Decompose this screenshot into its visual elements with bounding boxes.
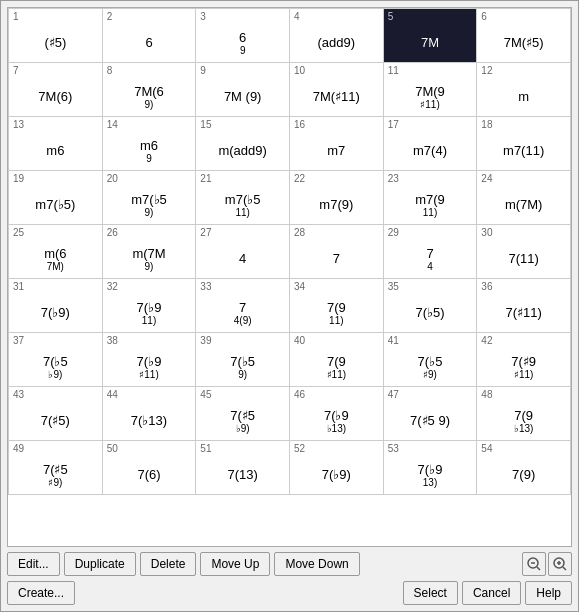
table-row[interactable]: 3374(9)	[196, 279, 290, 333]
cell-number: 37	[13, 335, 98, 347]
cell-label: 7(♭9♭13)	[294, 405, 379, 438]
table-row[interactable]: 16m7	[290, 117, 384, 171]
table-row[interactable]: 377(♭5♭9)	[9, 333, 103, 387]
table-row[interactable]: 447(♭13)	[103, 387, 197, 441]
zoom-in-button[interactable]	[548, 552, 572, 576]
table-row[interactable]: 427(♯9♯11)	[477, 333, 571, 387]
table-row[interactable]: 274	[196, 225, 290, 279]
cell-number: 41	[388, 335, 473, 347]
cell-number: 23	[388, 173, 473, 185]
table-row[interactable]: 67M(♯5)	[477, 9, 571, 63]
table-row[interactable]: 77M(6)	[9, 63, 103, 117]
table-row[interactable]: 497(♯5♯9)	[9, 441, 103, 495]
table-row[interactable]: 23m7(911)	[384, 171, 478, 225]
table-row[interactable]: 57M	[384, 9, 478, 63]
cell-label: 7(9)	[481, 459, 566, 492]
table-row[interactable]: 87M(69)	[103, 63, 197, 117]
table-row[interactable]: 25m(67M)	[9, 225, 103, 279]
cell-number: 3	[200, 11, 285, 23]
cell-label: m7(♭511)	[200, 189, 285, 222]
table-row[interactable]: 537(♭913)	[384, 441, 478, 495]
table-row[interactable]: 477(♯5 9)	[384, 387, 478, 441]
cell-label: m7(4)	[388, 135, 473, 168]
cell-number: 51	[200, 443, 285, 455]
cell-number: 17	[388, 119, 473, 131]
table-row[interactable]: 467(♭9♭13)	[290, 387, 384, 441]
table-row[interactable]: 13m6	[9, 117, 103, 171]
help-button[interactable]: Help	[525, 581, 572, 605]
table-row[interactable]: 407(9♯11)	[290, 333, 384, 387]
table-row[interactable]: 26	[103, 9, 197, 63]
cell-label: 7(♭9)	[13, 297, 98, 330]
cell-label: m7(911)	[388, 189, 473, 222]
table-row[interactable]: 24m(7M)	[477, 171, 571, 225]
create-button[interactable]: Create...	[7, 581, 75, 605]
table-row[interactable]: 547(9)	[477, 441, 571, 495]
duplicate-button[interactable]: Duplicate	[64, 552, 136, 576]
move-down-button[interactable]: Move Down	[274, 552, 359, 576]
table-row[interactable]: 21m7(♭511)	[196, 171, 290, 225]
cell-number: 12	[481, 65, 566, 77]
table-row[interactable]: 20m7(♭59)	[103, 171, 197, 225]
delete-button[interactable]: Delete	[140, 552, 197, 576]
table-row[interactable]: 347(911)	[290, 279, 384, 333]
cell-label: 7(♭5)	[388, 297, 473, 330]
table-row[interactable]: 317(♭9)	[9, 279, 103, 333]
cell-label: m7(♭5)	[13, 189, 98, 222]
table-row[interactable]: 1(♯5)	[9, 9, 103, 63]
table-row[interactable]: 14m69	[103, 117, 197, 171]
table-row[interactable]: 397(♭59)	[196, 333, 290, 387]
table-row[interactable]: 307(11)	[477, 225, 571, 279]
table-row[interactable]: 357(♭5)	[384, 279, 478, 333]
cell-label: 7(13)	[200, 459, 285, 492]
cell-label: m7(♭59)	[107, 189, 192, 222]
cell-label: 7M(♯11)	[294, 81, 379, 114]
edit-button[interactable]: Edit...	[7, 552, 60, 576]
cell-number: 29	[388, 227, 473, 239]
table-row[interactable]: 117M(9♯11)	[384, 63, 478, 117]
cell-number: 11	[388, 65, 473, 77]
zoom-out-button[interactable]	[522, 552, 546, 576]
table-row[interactable]: 4(add9)	[290, 9, 384, 63]
table-row[interactable]: 107M(♯11)	[290, 63, 384, 117]
table-row[interactable]: 527(♭9)	[290, 441, 384, 495]
cell-label: 7(♯11)	[481, 297, 566, 330]
select-button[interactable]: Select	[403, 581, 458, 605]
table-row[interactable]: 18m7(11)	[477, 117, 571, 171]
table-row[interactable]: 15m(add9)	[196, 117, 290, 171]
table-row[interactable]: 417(♭5♯9)	[384, 333, 478, 387]
table-row[interactable]: 19m7(♭5)	[9, 171, 103, 225]
cell-label: 7(9♯11)	[294, 351, 379, 384]
move-up-button[interactable]: Move Up	[200, 552, 270, 576]
table-row[interactable]: 327(♭911)	[103, 279, 197, 333]
cancel-button[interactable]: Cancel	[462, 581, 521, 605]
table-row[interactable]: 369	[196, 9, 290, 63]
table-row[interactable]: 287	[290, 225, 384, 279]
table-row[interactable]: 367(♯11)	[477, 279, 571, 333]
dialog: 1(♯5)263694(add9)57M67M(♯5)77M(6)87M(69)…	[0, 0, 579, 612]
chord-grid-container[interactable]: 1(♯5)263694(add9)57M67M(♯5)77M(6)87M(69)…	[7, 7, 572, 547]
chord-grid: 1(♯5)263694(add9)57M67M(♯5)77M(6)87M(69)…	[8, 8, 571, 495]
table-row[interactable]: 22m7(9)	[290, 171, 384, 225]
cell-label: 7	[294, 243, 379, 276]
cell-number: 43	[13, 389, 98, 401]
table-row[interactable]: 12m	[477, 63, 571, 117]
table-row[interactable]: 487(9♭13)	[477, 387, 571, 441]
table-row[interactable]: 387(♭9♯11)	[103, 333, 197, 387]
table-row[interactable]: 457(♯5♭9)	[196, 387, 290, 441]
cell-number: 38	[107, 335, 192, 347]
cell-number: 32	[107, 281, 192, 293]
cell-number: 1	[13, 11, 98, 23]
cell-label: m(7M)	[481, 189, 566, 222]
table-row[interactable]: 507(6)	[103, 441, 197, 495]
cell-number: 21	[200, 173, 285, 185]
cell-label: 7M(6)	[13, 81, 98, 114]
table-row[interactable]: 517(13)	[196, 441, 290, 495]
cell-label: m69	[107, 135, 192, 168]
table-row[interactable]: 17m7(4)	[384, 117, 478, 171]
table-row[interactable]: 26m(7M9)	[103, 225, 197, 279]
table-row[interactable]: 97M (9)	[196, 63, 290, 117]
table-row[interactable]: 437(♯5)	[9, 387, 103, 441]
table-row[interactable]: 2974	[384, 225, 478, 279]
cell-label: m(7M9)	[107, 243, 192, 276]
